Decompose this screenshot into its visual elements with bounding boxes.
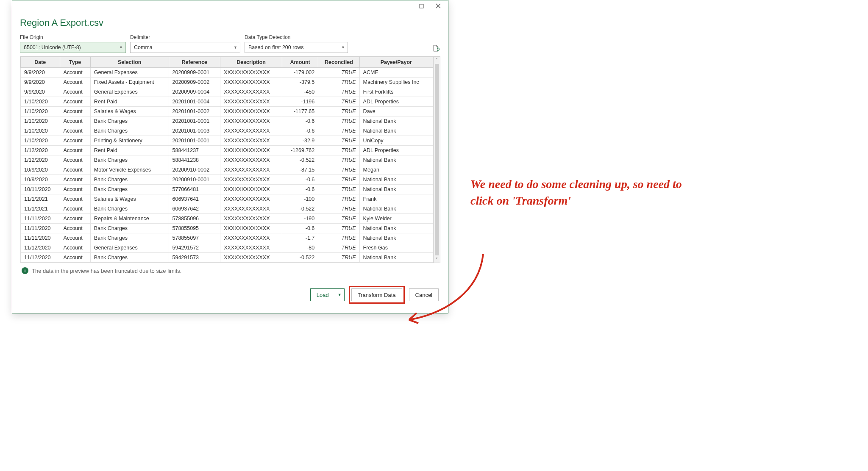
table-cell: 1/10/2020 <box>21 116 60 126</box>
table-row[interactable]: 1/10/2020AccountPrinting & Stationery202… <box>21 136 433 146</box>
annotation-highlight: Transform Data <box>349 286 405 304</box>
scroll-up-icon[interactable]: ˄ <box>436 58 438 62</box>
table-row[interactable]: 1/12/2020AccountBank Charges588441238XXX… <box>21 155 433 165</box>
table-row[interactable]: 11/11/2020AccountRepairs & Maintenance57… <box>21 214 433 224</box>
table-row[interactable]: 11/1/2021AccountBank Charges606937642XXX… <box>21 204 433 214</box>
table-cell: TRUE <box>318 194 359 204</box>
table-cell: TRUE <box>318 224 359 233</box>
table-row[interactable]: 11/12/2020AccountGeneral Expenses5942915… <box>21 243 433 253</box>
file-origin-dropdown[interactable]: 65001: Unicode (UTF-8) ▼ <box>20 42 126 53</box>
column-header[interactable]: Reconciled <box>318 57 359 68</box>
table-cell: 588441238 <box>169 155 220 165</box>
chevron-down-icon: ▼ <box>234 45 237 50</box>
table-cell: Frank <box>359 194 433 204</box>
table-cell: ACME <box>359 68 433 78</box>
close-button[interactable] <box>431 1 445 11</box>
table-cell: Bank Charges <box>90 204 169 214</box>
table-cell: ADL Properties <box>359 97 433 107</box>
table-cell: Rent Paid <box>90 146 169 155</box>
table-cell: XXXXXXXXXXXXX <box>220 78 282 87</box>
table-cell: 20200910-0002 <box>169 165 220 175</box>
table-cell: TRUE <box>318 136 359 146</box>
annotation-text: We need to do some cleaning up, so need … <box>470 176 682 209</box>
table-cell: Rent Paid <box>90 97 169 107</box>
table-cell: ADL Properties <box>359 146 433 155</box>
table-row[interactable]: 11/11/2020AccountBank Charges578855095XX… <box>21 224 433 233</box>
table-cell: 20201001-0003 <box>169 126 220 136</box>
table-cell: XXXXXXXXXXXXX <box>220 155 282 165</box>
svg-rect-0 <box>420 4 423 8</box>
column-header[interactable]: Payee/Payor <box>359 57 433 68</box>
table-cell: TRUE <box>318 126 359 136</box>
table-cell: XXXXXXXXXXXXX <box>220 116 282 126</box>
table-cell: XXXXXXXXXXXXX <box>220 136 282 146</box>
table-row[interactable]: 11/11/2020AccountBank Charges578855097XX… <box>21 233 433 243</box>
table-cell: National Bank <box>359 185 433 194</box>
delimiter-dropdown[interactable]: Comma ▼ <box>130 42 240 53</box>
table-cell: Account <box>60 194 90 204</box>
table-cell: Account <box>60 204 90 214</box>
table-cell: -1.7 <box>282 233 318 243</box>
maximize-button[interactable] <box>414 1 428 11</box>
table-cell: National Bank <box>359 224 433 233</box>
detection-dropdown[interactable]: Based on first 200 rows ▼ <box>245 42 348 53</box>
import-preview-dialog: Region A Export.csv File Origin 65001: U… <box>12 0 448 313</box>
table-cell: Bank Charges <box>90 233 169 243</box>
load-dropdown-button[interactable]: ▼ <box>335 288 345 301</box>
column-header[interactable]: Reference <box>169 57 220 68</box>
detection-label: Data Type Detection <box>245 34 348 40</box>
table-cell: 11/11/2020 <box>21 224 60 233</box>
column-header[interactable]: Date <box>21 57 60 68</box>
vertical-scrollbar[interactable]: ˄ ˅ <box>433 57 440 263</box>
table-cell: Megan <box>359 165 433 175</box>
table-cell: 1/12/2020 <box>21 146 60 155</box>
table-cell: Account <box>60 136 90 146</box>
table-row[interactable]: 1/10/2020AccountBank Charges20201001-000… <box>21 116 433 126</box>
load-button[interactable]: Load <box>310 288 335 301</box>
preview-table-wrap: DateTypeSelectionReferenceDescriptionAmo… <box>20 56 440 263</box>
table-cell: 10/9/2020 <box>21 175 60 185</box>
table-row[interactable]: 1/10/2020AccountSalaries & Wages20201001… <box>21 107 433 116</box>
table-cell: 594291572 <box>169 243 220 253</box>
table-cell: -0.6 <box>282 116 318 126</box>
column-header[interactable]: Amount <box>282 57 318 68</box>
transform-data-button[interactable]: Transform Data <box>351 288 402 301</box>
table-cell: -450 <box>282 87 318 97</box>
table-cell: XXXXXXXXXXXXX <box>220 146 282 155</box>
table-row[interactable]: 10/11/2020AccountBank Charges577066481XX… <box>21 185 433 194</box>
table-row[interactable]: 1/10/2020AccountRent Paid20201001-0004XX… <box>21 97 433 107</box>
table-row[interactable]: 9/9/2020AccountGeneral Expenses20200909-… <box>21 68 433 78</box>
table-cell: UniCopy <box>359 136 433 146</box>
table-cell: Kyle Welder <box>359 214 433 224</box>
table-cell: -1196 <box>282 97 318 107</box>
cancel-button[interactable]: Cancel <box>409 288 439 301</box>
table-cell: 20201001-0001 <box>169 116 220 126</box>
scroll-thumb[interactable] <box>435 64 439 255</box>
table-cell: National Bank <box>359 116 433 126</box>
table-cell: -1177.65 <box>282 107 318 116</box>
refresh-icon[interactable] <box>431 44 440 53</box>
column-header[interactable]: Type <box>60 57 90 68</box>
table-cell: Account <box>60 78 90 87</box>
table-row[interactable]: 11/1/2021AccountSalaries & Wages60693764… <box>21 194 433 204</box>
table-row[interactable]: 9/9/2020AccountGeneral Expenses20200909-… <box>21 87 433 97</box>
delimiter-label: Delimiter <box>130 34 240 40</box>
table-cell: 11/11/2020 <box>21 233 60 243</box>
scroll-down-icon[interactable]: ˅ <box>436 257 438 262</box>
table-row[interactable]: 9/9/2020AccountFixed Assets - Equipment2… <box>21 78 433 87</box>
table-cell: TRUE <box>318 233 359 243</box>
table-cell: General Expenses <box>90 87 169 97</box>
table-row[interactable]: 11/12/2020AccountBank Charges594291573XX… <box>21 253 433 263</box>
table-cell: 588441237 <box>169 146 220 155</box>
table-cell: 20200909-0001 <box>169 68 220 78</box>
file-title: Region A Export.csv <box>20 17 440 28</box>
column-header[interactable]: Description <box>220 57 282 68</box>
column-header[interactable]: Selection <box>90 57 169 68</box>
table-cell: 20201001-0004 <box>169 97 220 107</box>
table-row[interactable]: 10/9/2020AccountBank Charges20200910-000… <box>21 175 433 185</box>
table-row[interactable]: 1/10/2020AccountBank Charges20201001-000… <box>21 126 433 136</box>
table-cell: Fresh Gas <box>359 243 433 253</box>
table-cell: 20201001-0002 <box>169 107 220 116</box>
table-row[interactable]: 10/9/2020AccountMotor Vehicle Expenses20… <box>21 165 433 175</box>
table-row[interactable]: 1/12/2020AccountRent Paid588441237XXXXXX… <box>21 146 433 155</box>
